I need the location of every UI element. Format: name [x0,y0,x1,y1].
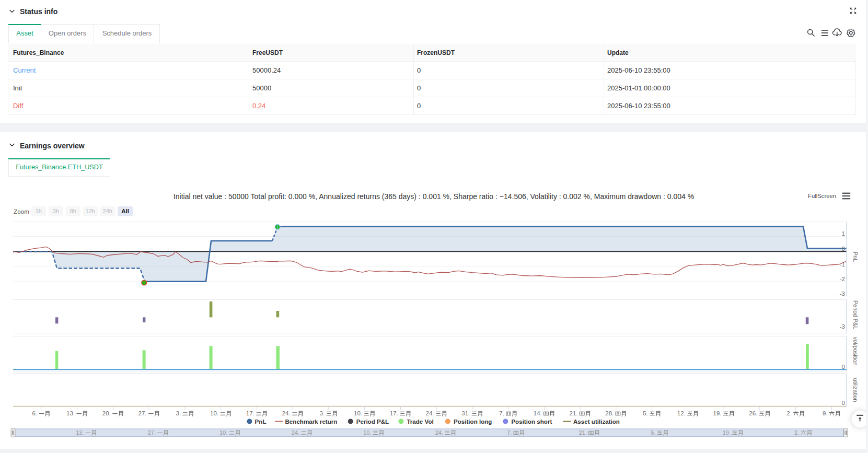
svg-text:17.: 17. [246,410,254,416]
svg-text:10.: 10. [210,410,218,416]
svg-text:3.: 3. [320,410,325,416]
svg-text:Period P&L: Period P&L [852,300,859,330]
svg-text:13.: 13. [76,429,84,436]
svg-text:2.: 2. [786,410,792,416]
svg-text:20.: 20. [102,410,111,416]
svg-text:9.: 9. [823,410,828,416]
svg-text:27.: 27. [148,429,156,436]
svg-text:24.: 24. [292,429,299,436]
svg-text:21.: 21. [579,429,587,436]
svg-text:0: 0 [842,400,845,406]
svg-text:13.: 13. [66,410,75,416]
svg-text:Position short: Position short [511,418,552,425]
svg-text:10.: 10. [354,410,362,416]
svg-text:utilization: utilization [852,378,859,402]
svg-text:12.: 12. [677,410,686,416]
svg-text:14.: 14. [534,410,542,416]
svg-text:-1: -1 [840,261,845,268]
svg-text:0: 0 [842,364,845,370]
svg-text:2.: 2. [794,429,799,436]
svg-text:10.: 10. [363,429,371,436]
svg-text:7.: 7. [499,410,504,416]
svg-text:PnL: PnL [255,418,267,425]
svg-text:Benchmark return: Benchmark return [285,418,338,425]
svg-text:Asset utilization: Asset utilization [573,418,620,425]
svg-text:24.: 24. [426,410,434,416]
svg-text:28.: 28. [605,410,614,416]
svg-text:10.: 10. [219,429,227,436]
svg-text:19.: 19. [713,410,722,416]
svg-text:-3: -3 [840,291,845,297]
svg-text:26.: 26. [749,410,757,416]
svg-text:24.: 24. [282,410,291,416]
svg-text:-3: -3 [840,323,845,330]
svg-text:27.: 27. [138,410,147,416]
svg-text:24.: 24. [435,429,443,436]
svg-text:PnL: PnL [852,252,859,262]
svg-text:19.: 19. [723,429,731,436]
svg-text:1: 1 [842,230,845,237]
svg-text:-2: -2 [840,276,845,282]
svg-text:31.: 31. [461,410,470,416]
svg-text:3.: 3. [176,410,181,416]
svg-text:vol/position: vol/position [852,336,859,365]
svg-text:21.: 21. [570,410,578,416]
svg-text:5.: 5. [651,429,655,436]
svg-text:0: 0 [842,246,845,252]
svg-text:7.: 7. [507,429,512,436]
svg-text:5.: 5. [643,410,648,416]
svg-text:6.: 6. [32,410,38,416]
svg-text:17.: 17. [390,410,398,416]
svg-text:Trade Vol: Trade Vol [407,418,433,425]
svg-text:Position long: Position long [454,418,492,425]
svg-text:Period P&L: Period P&L [356,418,389,425]
